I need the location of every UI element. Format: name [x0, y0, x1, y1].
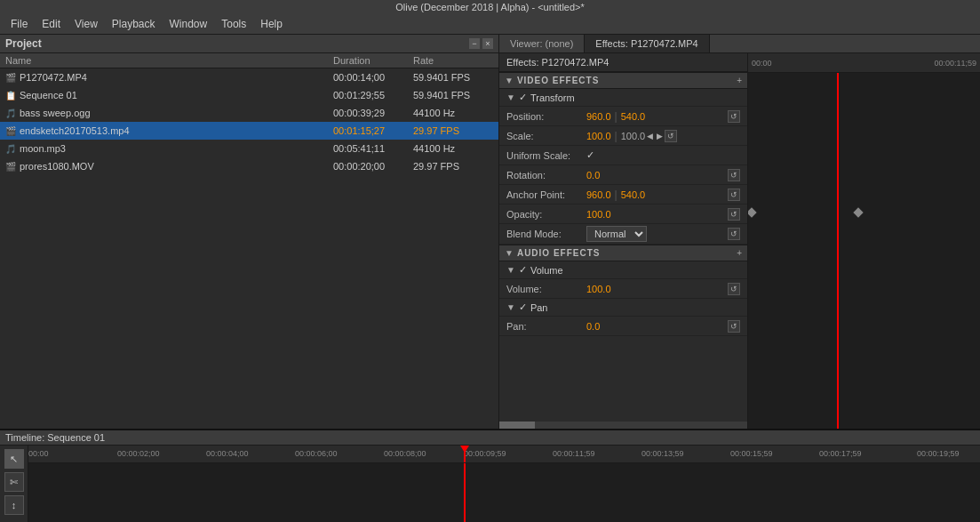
keyframe-2[interactable] — [853, 207, 863, 217]
scale-reset-btn[interactable]: ↺ — [665, 130, 677, 142]
rotation-label: Rotation: — [506, 170, 586, 181]
volume-collapse-icon[interactable]: ▼ — [506, 265, 515, 275]
tab-effects[interactable]: Effects: P1270472.MP4 — [585, 35, 709, 52]
file-rate-4: 44100 Hz — [413, 143, 493, 154]
project-columns: Name Duration Rate — [0, 53, 498, 68]
pan-reset-btn[interactable]: ↺ — [728, 320, 740, 333]
uniform-scale-row: Uniform Scale: ✓ — [499, 146, 747, 165]
position-reset-btn[interactable]: ↺ — [728, 110, 740, 123]
anchor-reset-btn[interactable]: ↺ — [728, 189, 740, 201]
menu-playback[interactable]: Playback — [105, 16, 163, 32]
audio-collapse-icon[interactable]: ▼ — [505, 248, 514, 258]
volume-group-header: ▼ ✓ Volume — [499, 261, 747, 279]
pan-prop-label: Pan: — [506, 321, 586, 332]
timeline-area: Timeline: Sequence 01 ↖ ✄ ↕ 00:0000:00:0… — [0, 429, 980, 522]
effects-timeline-ruler: 00:00 00:00:11;59 — [748, 53, 980, 73]
transform-group-header: ▼ ✓ Transform — [499, 89, 747, 107]
menu-edit[interactable]: Edit — [35, 16, 68, 32]
pan-check[interactable]: ✓ — [519, 301, 527, 313]
effects-playhead[interactable] — [837, 73, 839, 429]
ruler-label-1: 00:00:02;00 — [117, 449, 160, 458]
file-duration-5: 00:00:20;00 — [333, 161, 413, 172]
file-duration-2: 00:00:39;29 — [333, 108, 413, 118]
scale-left-arrow[interactable]: ◀ — [645, 132, 655, 141]
scale-label: Scale: — [506, 131, 586, 141]
uniform-scale-check[interactable]: ✓ — [586, 149, 594, 161]
blend-mode-select[interactable]: Normal Multiply Screen Overlay — [586, 226, 647, 242]
audio-effects-add-btn[interactable]: + — [737, 248, 742, 258]
timeline-ruler-row: 00:0000:00:02;0000:00:04;0000:00:06;0000… — [28, 446, 980, 463]
project-title: Project — [5, 37, 42, 50]
timeline-right: 00:0000:00:02;0000:00:04;0000:00:06;0000… — [28, 446, 980, 522]
timeline-playhead-main[interactable] — [464, 446, 466, 462]
project-minimize-btn[interactable]: − — [469, 38, 480, 49]
file-name-4: 🎵 moon.mp3 — [5, 143, 333, 154]
file-icon-5: 🎬 — [5, 162, 16, 172]
zoom-tool-btn[interactable]: ↕ — [4, 495, 24, 515]
timeline-playhead-line — [464, 463, 466, 522]
menu-tools[interactable]: Tools — [214, 16, 253, 32]
rotation-reset-btn[interactable]: ↺ — [728, 169, 740, 181]
file-name-1: 📋 Sequence 01 — [5, 90, 333, 100]
keyframe-1[interactable] — [748, 207, 757, 217]
project-row-3[interactable]: 🎬 endsketch20170513.mp4 00:01:15;27 29.9… — [0, 122, 498, 140]
file-duration-3: 00:01:15;27 — [333, 125, 413, 136]
pan-row: Pan: 0.0 ↺ — [499, 317, 747, 336]
opacity-value[interactable]: 100.0 — [586, 209, 611, 220]
col-duration-label: Duration — [333, 55, 413, 66]
file-duration-4: 00:05:41;11 — [333, 143, 413, 154]
effects-scrollbar[interactable] — [499, 422, 747, 429]
project-row-4[interactable]: 🎵 moon.mp3 00:05:41;11 44100 Hz — [0, 140, 498, 157]
file-name-5: 🎬 prores1080.MOV — [5, 161, 333, 172]
scale-row: Scale: 100.0 | 100.0 ◀ ▶ ↺ — [499, 126, 747, 146]
tab-viewer[interactable]: Viewer: (none) — [499, 35, 585, 52]
timeline-tools: ↖ ✄ ↕ — [0, 446, 28, 522]
select-tool-btn[interactable]: ↖ — [4, 449, 24, 469]
project-row-1[interactable]: 📋 Sequence 01 00:01:29;55 59.9401 FPS — [0, 86, 498, 104]
transform-collapse-icon[interactable]: ▼ — [506, 92, 515, 102]
cut-tool-btn[interactable]: ✄ — [4, 472, 24, 492]
menu-help[interactable]: Help — [253, 16, 290, 32]
position-row: Position: 960.0 | 540.0 ↺ — [499, 107, 747, 126]
volume-reset-btn[interactable]: ↺ — [728, 283, 740, 295]
pan-value[interactable]: 0.0 — [586, 321, 600, 332]
blend-mode-reset-btn[interactable]: ↺ — [728, 228, 740, 240]
anchor-x-value[interactable]: 960.0 — [586, 189, 611, 200]
scale-x-value[interactable]: 100.0 — [586, 131, 611, 141]
anchor-y-value[interactable]: 540.0 — [621, 189, 646, 200]
position-y-value[interactable]: 540.0 — [621, 111, 646, 122]
project-row-5[interactable]: 🎬 prores1080.MOV 00:00:20;00 29.97 FPS — [0, 157, 498, 175]
scale-right-arrow[interactable]: ▶ — [655, 132, 665, 141]
opacity-reset-btn[interactable]: ↺ — [728, 208, 740, 221]
project-row-0[interactable]: 🎬 P1270472.MP4 00:00:14;00 59.9401 FPS — [0, 68, 498, 86]
video-collapse-icon[interactable]: ▼ — [505, 76, 514, 85]
volume-row: Volume: 100.0 ↺ — [499, 279, 747, 299]
file-rate-3: 29.97 FPS — [413, 125, 493, 136]
video-effects-add-btn[interactable]: + — [737, 76, 742, 85]
volume-check[interactable]: ✓ — [519, 264, 527, 276]
blend-mode-label: Blend Mode: — [506, 229, 586, 239]
effects-scrollbar-thumb[interactable] — [499, 422, 535, 429]
menu-file[interactable]: File — [4, 16, 35, 32]
scale-y-value[interactable]: 100.0 — [621, 131, 646, 141]
file-duration-1: 00:01:29;55 — [333, 90, 413, 100]
file-icon-4: 🎵 — [5, 144, 16, 154]
position-x-value[interactable]: 960.0 — [586, 111, 611, 122]
audio-effects-left: ▼ AUDIO EFFECTS — [505, 248, 600, 258]
pan-collapse-icon[interactable]: ▼ — [506, 302, 515, 312]
project-row-2[interactable]: 🎵 bass sweep.ogg 00:00:39;29 44100 Hz — [0, 104, 498, 122]
col-rate-label: Rate — [413, 55, 493, 66]
file-rate-5: 29.97 FPS — [413, 161, 493, 172]
timeline-tracks — [28, 463, 980, 522]
opacity-row: Opacity: 100.0 ↺ — [499, 205, 747, 224]
rotation-value[interactable]: 0.0 — [586, 170, 600, 181]
opacity-label: Opacity: — [506, 209, 586, 220]
menu-view[interactable]: View — [68, 16, 105, 32]
ruler-label-6: 00:00:11;59 — [553, 449, 595, 458]
ruler-label-10: 00:00:19;59 — [917, 449, 960, 458]
project-close-btn[interactable]: × — [482, 38, 493, 49]
audio-effects-section: ▼ AUDIO EFFECTS + — [499, 245, 747, 261]
volume-value[interactable]: 100.0 — [586, 284, 611, 294]
menu-window[interactable]: Window — [163, 16, 215, 32]
transform-check[interactable]: ✓ — [519, 92, 527, 103]
